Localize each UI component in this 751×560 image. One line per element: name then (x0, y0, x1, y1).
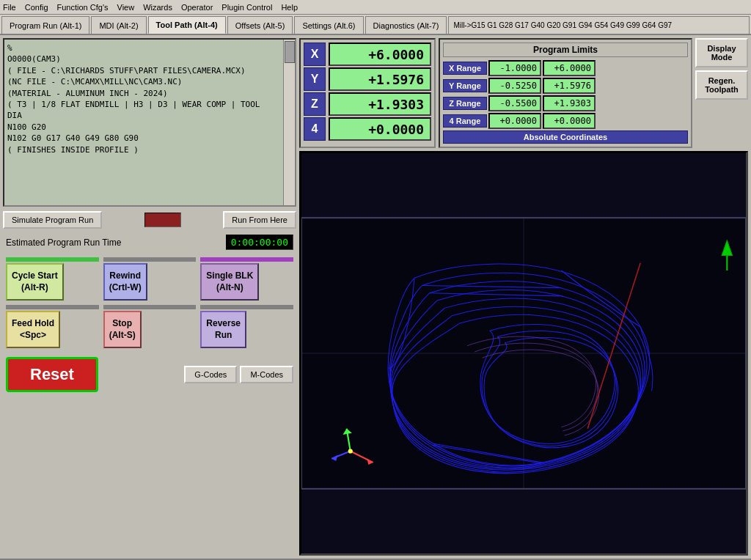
menu-function-cfgs[interactable]: Function Cfg's (57, 3, 109, 12)
limits-title: Program Limits (443, 43, 688, 57)
code-line: N100 G20 (7, 122, 279, 133)
scrollbar-thumb (285, 41, 295, 63)
limits-4-label: 4 Range (443, 114, 487, 128)
menu-help[interactable]: Help (281, 3, 298, 12)
svg-point-12 (348, 449, 353, 453)
limits-4-row: 4 Range +0.0000 +0.0000 (443, 113, 688, 129)
simulate-indicator (144, 213, 181, 227)
menu-wizards[interactable]: Wizards (143, 3, 172, 12)
tab-tool-path[interactable]: Tool Path (Alt-4) (148, 16, 226, 34)
reset-row: Reset G-Codes M-Codes (3, 354, 296, 395)
limits-x-label: X Range (443, 62, 487, 75)
stop-btn-container: Stop(Alt-S) (103, 305, 197, 348)
dro-z-row: Z +1.9303 (304, 92, 431, 116)
reverse-run-indicator (200, 305, 293, 309)
limits-y-label: Y Range (443, 79, 487, 92)
limits-y-max: +1.5976 (543, 78, 596, 94)
dro-y-value: +1.5976 (329, 67, 431, 91)
limits-z-max: +1.9303 (543, 95, 596, 111)
code-line: % (7, 43, 279, 54)
dro-4-row: 4 +0.0000 (304, 117, 431, 141)
limits-x-min: -1.0000 (488, 60, 541, 76)
toolpath-svg (301, 153, 746, 553)
rewind-btn-container: Rewind(Crtl-W) (103, 257, 197, 301)
menu-operator[interactable]: Operator (181, 3, 213, 12)
limits-panel: Program Limits X Range -1.0000 +6.0000 Y… (439, 38, 692, 148)
code-line: ( T3 | 1/8 FLAT ENDMILL | H3 | D3 | WEAR… (7, 99, 279, 122)
limits-z-row: Z Range -0.5500 +1.9303 (443, 95, 688, 111)
code-line: N102 G0 G17 G40 G49 G80 G90 (7, 133, 279, 144)
tab-settings[interactable]: Settings (Alt.6) (294, 16, 363, 34)
limits-z-label: Z Range (443, 97, 487, 110)
tab-program-run[interactable]: Program Run (Alt-1) (1, 16, 89, 34)
code-scrollbar[interactable] (283, 40, 295, 205)
dro-z-label: Z (304, 92, 326, 116)
control-grid: Cycle Start(Alt-R) Rewind(Crtl-W) Single… (3, 254, 296, 351)
reverse-run-btn-container: ReverseRun (200, 305, 293, 348)
gcode-status-bar: Mill->G15 G1 G28 G17 G40 G20 G91 G94 G54… (448, 16, 750, 34)
code-line: (MATERIAL - ALUMINUM INCH - 2024) (7, 88, 279, 99)
single-blk-button[interactable]: Single BLK(Alt-N) (200, 263, 259, 301)
limits-4-max: +0.0000 (543, 113, 596, 129)
limits-y-row: Y Range -0.5250 +1.5976 (443, 78, 688, 94)
limits-x-row: X Range -1.0000 +6.0000 (443, 60, 688, 76)
display-mode-button[interactable]: DisplayMode (695, 38, 748, 67)
run-here-button[interactable]: Run From Here (223, 211, 296, 229)
main-area: % O0000(CAM3) ( FILE - C:\RICHARDS STUFF… (0, 35, 751, 559)
tab-diagnostics[interactable]: Diagnostics (Alt-7) (365, 16, 447, 34)
cycle-start-indicator (6, 257, 99, 262)
cycle-start-button[interactable]: Cycle Start(Alt-R) (6, 263, 64, 301)
reverse-run-button[interactable]: ReverseRun (200, 311, 246, 348)
dro-z-value: +1.9303 (329, 92, 431, 116)
gcodes-button[interactable]: G-Codes (184, 366, 237, 383)
dro-4-value: +0.0000 (329, 117, 431, 141)
limits-z-min: -0.5500 (488, 95, 541, 111)
right-panel: X +6.0000 Y +1.5976 Z +1.9303 4 +0.0000 (299, 38, 748, 556)
feed-hold-indicator (6, 305, 99, 309)
codes-group: G-Codes M-Codes (184, 366, 293, 383)
mcodes-button[interactable]: M-Codes (240, 366, 293, 383)
rewind-indicator (103, 257, 197, 262)
dro-x-label: X (304, 43, 326, 66)
menu-config[interactable]: Config (25, 3, 48, 12)
estimated-time-label: Estimated Program Run Time (6, 237, 121, 248)
menu-view[interactable]: View (117, 3, 135, 12)
code-line: ( FINISHES INSIDE PROFILE ) (7, 144, 279, 155)
time-row: Estimated Program Run Time 0:00:00:00 (3, 233, 296, 251)
dro-y-row: Y +1.5976 (304, 67, 431, 91)
menu-file[interactable]: File (3, 3, 16, 12)
dro-panel: X +6.0000 Y +1.5976 Z +1.9303 4 +0.0000 (299, 38, 436, 148)
code-line: O0000(CAM3) (7, 54, 279, 65)
stop-button[interactable]: Stop(Alt-S) (103, 311, 142, 348)
feed-hold-button[interactable]: Feed Hold<Spc> (6, 311, 60, 348)
code-text: % O0000(CAM3) ( FILE - C:\RICHARDS STUFF… (7, 43, 292, 155)
limits-4-min: +0.0000 (488, 113, 541, 129)
dro-4-label: 4 (304, 117, 326, 141)
side-buttons: DisplayMode Regen.Toolpath (695, 38, 748, 148)
menubar: File Config Function Cfg's View Wizards … (0, 0, 751, 15)
tab-mdi[interactable]: MDI (Alt-2) (91, 16, 146, 34)
regen-toolpath-button[interactable]: Regen.Toolpath (695, 70, 748, 100)
simulate-button[interactable]: Simulate Program Run (3, 211, 102, 229)
code-line: ( FILE - C:\RICHARDS STUFF\PART FILES\CA… (7, 65, 279, 76)
single-blk-btn-container: Single BLK(Alt-N) (200, 257, 293, 301)
rewind-button[interactable]: Rewind(Crtl-W) (103, 263, 147, 301)
left-panel: % O0000(CAM3) ( FILE - C:\RICHARDS STUFF… (3, 38, 296, 556)
dro-x-value: +6.0000 (329, 43, 431, 66)
time-display: 0:00:00:00 (226, 235, 293, 250)
limits-y-min: -0.5250 (488, 78, 541, 94)
simulate-row: Simulate Program Run Run From Here (3, 210, 296, 230)
code-line: (NC FILE - C:\MCAMX\MILL\NC\CAM3.NC) (7, 76, 279, 87)
dro-y-label: Y (304, 67, 326, 91)
menu-plugin-control[interactable]: Plugin Control (221, 3, 272, 12)
feed-hold-btn-container: Feed Hold<Spc> (6, 305, 99, 348)
toolpath-viewport[interactable] (299, 151, 748, 556)
reset-button[interactable]: Reset (6, 357, 98, 392)
tab-offsets[interactable]: Offsets (Alt-5) (227, 16, 293, 34)
cycle-start-btn-container: Cycle Start(Alt-R) (6, 257, 99, 301)
stop-indicator (103, 305, 197, 309)
top-right: X +6.0000 Y +1.5976 Z +1.9303 4 +0.0000 (299, 38, 748, 148)
tabbar: Program Run (Alt-1) MDI (Alt-2) Tool Pat… (0, 15, 751, 35)
limits-abs-label: Absolute Coordinates (443, 130, 688, 144)
single-blk-indicator (200, 257, 293, 262)
